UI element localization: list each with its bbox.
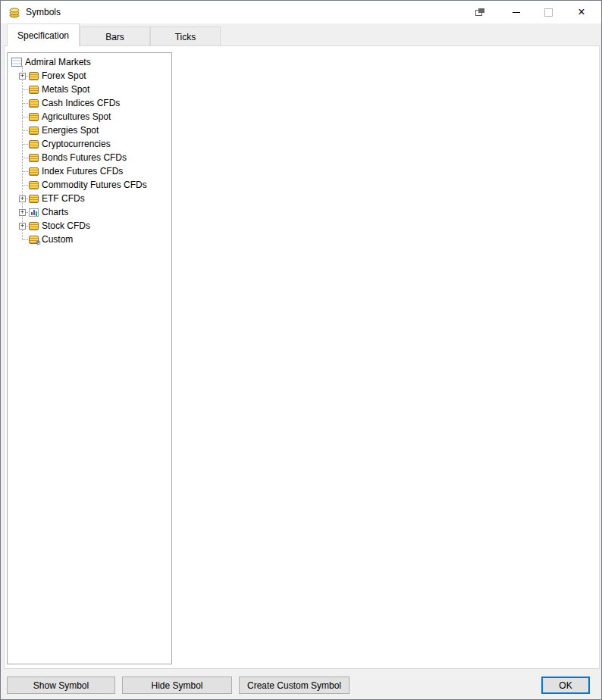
expand-plus-icon[interactable] — [19, 73, 26, 80]
minimize-button[interactable] — [506, 1, 527, 23]
tab-specification[interactable]: Specification — [7, 23, 80, 46]
expand-plus-icon[interactable] — [19, 195, 26, 202]
coins-icon — [29, 127, 39, 135]
tree-item-admiral-markets[interactable]: Admiral Markets — [8, 55, 171, 69]
tree-item-energies-spot[interactable]: Energies Spot — [8, 123, 171, 137]
ok-button[interactable]: OK — [541, 677, 590, 694]
tree-item-metals-spot[interactable]: Metals Spot — [8, 83, 171, 96]
specification-panel: Admiral Markets Forex Spot Metals Spot C… — [4, 45, 600, 669]
tree-item-custom[interactable]: Custom — [8, 233, 171, 246]
tree-label: Energies Spot — [42, 125, 99, 136]
tree-label: Stock CFDs — [42, 220, 90, 231]
tab-strip: Specification Bars Ticks — [1, 23, 601, 46]
coins-icon — [29, 181, 39, 189]
tab-label: Ticks — [175, 32, 196, 42]
tree-item-etf-cfds[interactable]: ETF CFDs — [8, 192, 171, 205]
tree-label: Cryptocurrencies — [42, 139, 111, 149]
coins-icon — [29, 72, 39, 80]
tree-item-forex-spot[interactable]: Forex Spot — [8, 69, 171, 83]
expand-plus-icon[interactable] — [19, 209, 26, 216]
coins-icon — [29, 195, 39, 203]
tree-children: Forex Spot Metals Spot Cash Indices CFDs… — [8, 69, 171, 246]
tree-label: Bonds Futures CFDs — [42, 152, 127, 163]
tree-label: Agricultures Spot — [42, 111, 111, 122]
window-title: Symbols — [26, 7, 61, 17]
tree-label: Admiral Markets — [25, 57, 91, 67]
custom-gear-icon — [29, 236, 39, 244]
tree-label: Index Futures CFDs — [42, 166, 123, 177]
coins-icon — [29, 140, 39, 148]
tree-item-bonds-futures-cfds[interactable]: Bonds Futures CFDs — [8, 151, 171, 164]
tree-label: Commodity Futures CFDs — [42, 180, 147, 190]
symbols-dialog: { "window": { "title": "Symbols" }, "tab… — [0, 0, 602, 700]
hide-symbol-button[interactable]: Hide Symbol — [122, 677, 232, 694]
symbol-group-tree: Admiral Markets Forex Spot Metals Spot C… — [7, 52, 172, 664]
coins-icon — [29, 222, 39, 230]
tree-label: ETF CFDs — [42, 193, 85, 204]
show-symbol-button[interactable]: Show Symbol — [7, 677, 115, 694]
tree-label: Custom — [42, 234, 73, 245]
tree-item-index-futures-cfds[interactable]: Index Futures CFDs — [8, 164, 171, 178]
title-bar: Symbols — [1, 1, 601, 23]
symbols-dialog-icon — [8, 6, 20, 18]
tree-label: Metals Spot — [42, 84, 89, 95]
tab-label: Specification — [17, 30, 69, 41]
tree-item-agricultures-spot[interactable]: Agricultures Spot — [8, 110, 171, 123]
coins-icon — [29, 167, 39, 176]
coins-icon — [29, 113, 39, 121]
tab-label: Bars — [105, 32, 124, 42]
tree-item-cash-indices-cfds[interactable]: Cash Indices CFDs — [8, 96, 171, 110]
coins-icon — [29, 154, 39, 162]
tab-bars[interactable]: Bars — [80, 27, 150, 46]
tree-item-stock-cfds[interactable]: Stock CFDs — [8, 219, 171, 233]
dock-window-icon[interactable] — [469, 1, 491, 23]
create-custom-symbol-button[interactable]: Create Custom Symbol — [239, 677, 350, 694]
tree-item-charts[interactable]: Charts — [8, 205, 171, 219]
broker-icon — [11, 58, 22, 67]
expand-plus-icon[interactable] — [19, 223, 26, 230]
tree-label: Cash Indices CFDs — [42, 98, 120, 108]
tree-label: Forex Spot — [42, 70, 86, 81]
tab-ticks[interactable]: Ticks — [150, 27, 221, 46]
coins-icon — [29, 86, 39, 94]
maximize-button[interactable] — [538, 1, 559, 23]
tree-item-commodity-futures-cfds[interactable]: Commodity Futures CFDs — [8, 178, 171, 192]
chart-icon — [29, 208, 39, 217]
tree-label: Charts — [42, 207, 68, 217]
coins-icon — [29, 99, 39, 108]
close-button[interactable] — [569, 1, 594, 23]
tree-item-cryptocurrencies[interactable]: Cryptocurrencies — [8, 137, 171, 151]
